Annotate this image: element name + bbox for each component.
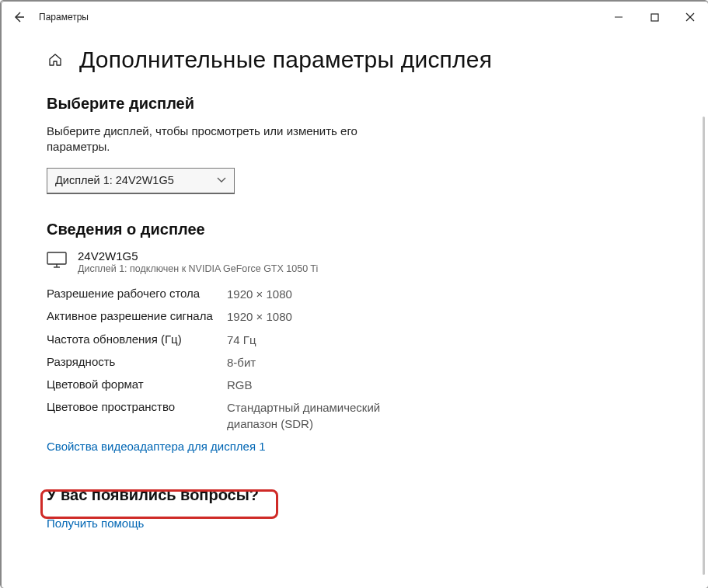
svg-rect-1: [651, 14, 658, 21]
display-summary: 24V2W1G5 Дисплей 1: подключен к NVIDIA G…: [47, 249, 661, 274]
monitor-icon: [47, 251, 67, 273]
display-info-heading: Сведения о дисплее: [47, 221, 661, 238]
display-select-value: Дисплей 1: 24V2W1G5: [55, 174, 174, 186]
close-button[interactable]: [672, 2, 708, 33]
app-title: Параметры: [39, 12, 89, 23]
get-help-link[interactable]: Получить помощь: [47, 517, 144, 530]
property-label: Активное разрешение сигнала: [47, 309, 227, 325]
display-name: 24V2W1G5: [78, 249, 318, 263]
property-value: Стандартный динамический диапазон (SDR): [227, 400, 429, 432]
home-icon: [47, 52, 63, 68]
table-row: Частота обновления (Гц) 74 Гц: [47, 329, 661, 351]
display-select[interactable]: Дисплей 1: 24V2W1G5: [47, 168, 235, 194]
select-display-heading: Выберите дисплей: [47, 95, 661, 113]
back-button[interactable]: [12, 11, 34, 23]
property-value: 1920 × 1080: [227, 287, 292, 302]
maximize-icon: [650, 13, 659, 22]
table-row: Разрядность 8-бит: [47, 351, 661, 374]
help-heading: У вас появились вопросы?: [47, 486, 661, 504]
chevron-down-icon: [217, 175, 226, 186]
property-value: 8-бит: [227, 355, 256, 371]
property-value: 74 Гц: [227, 332, 256, 348]
property-label: Цветовое пространство: [47, 400, 227, 432]
display-connection: Дисплей 1: подключен к NVIDIA GeForce GT…: [78, 263, 318, 274]
property-label: Разрешение рабочего стола: [47, 287, 227, 302]
svg-rect-4: [47, 252, 66, 264]
content-area: Дополнительные параметры дисплея Выберит…: [1, 31, 708, 554]
display-properties-table: Разрешение рабочего стола 1920 × 1080 Ак…: [47, 284, 661, 436]
table-row: Цветовой формат RGB: [47, 374, 661, 397]
close-icon: [685, 12, 695, 22]
property-label: Частота обновления (Гц): [47, 332, 227, 348]
minimize-icon: [614, 12, 623, 22]
property-label: Разрядность: [47, 355, 227, 371]
titlebar: Параметры: [2, 2, 708, 33]
property-value: 1920 × 1080: [227, 309, 292, 325]
adapter-properties-link[interactable]: Свойства видеоадаптера для дисплея 1: [47, 440, 266, 453]
table-row: Разрешение рабочего стола 1920 × 1080: [47, 284, 661, 306]
page-title: Дополнительные параметры дисплея: [79, 47, 492, 73]
property-label: Цветовой формат: [47, 378, 227, 393]
home-button[interactable]: [47, 51, 64, 68]
arrow-left-icon: [12, 11, 25, 23]
minimize-button[interactable]: [601, 2, 637, 33]
property-value: RGB: [227, 378, 253, 393]
table-row: Активное разрешение сигнала 1920 × 1080: [47, 306, 661, 329]
table-row: Цветовое пространство Стандартный динами…: [47, 397, 661, 436]
select-display-description: Выберите дисплей, чтобы просмотреть или …: [47, 124, 373, 155]
maximize-button[interactable]: [637, 2, 672, 33]
window-controls: [601, 2, 708, 33]
